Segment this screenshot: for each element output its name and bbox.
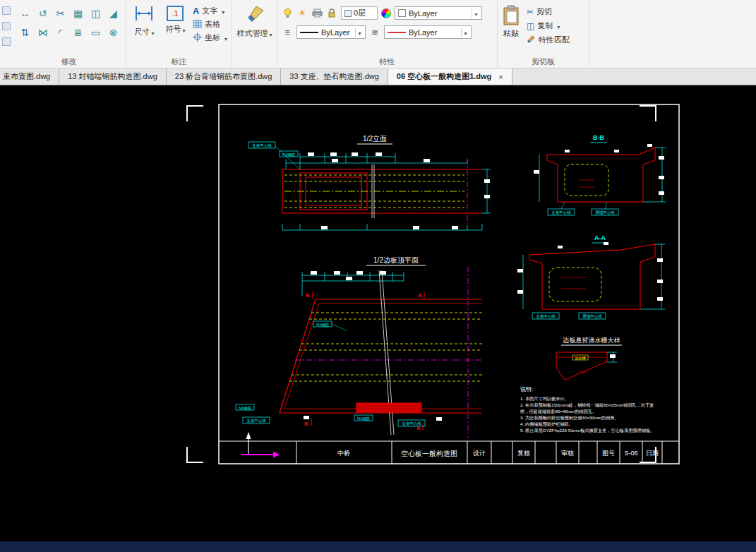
table-button[interactable]: 表格 [193, 19, 227, 30]
titleblock-drawing-no-label: 图号 [602, 450, 615, 457]
text-label: 文字 [202, 6, 217, 16]
trim-icon[interactable]: ✂ [56, 8, 65, 18]
titleblock-drawing-no: S-06 [624, 450, 637, 457]
bearing-centerline-label: 支座中心线 [402, 421, 421, 426]
linetype-swatch [300, 32, 318, 33]
section-bb: B-B 支座中心线 [534, 134, 666, 215]
explode-icon[interactable]: ⊗ [109, 28, 118, 37]
dimension-text-marks [534, 144, 664, 195]
lightbulb-icon[interactable] [282, 8, 293, 18]
drawing-canvas[interactable]: 1/2立面 [0, 85, 756, 541]
section-bb-title: B-B [593, 134, 604, 141]
note-line: 3. 为交装顺畅对斜交板预制交做30×30mm的倒角。 [520, 415, 619, 421]
chamfer-icon[interactable]: ◢ [109, 8, 117, 18]
clipped-icon[interactable] [2, 22, 11, 30]
close-icon[interactable]: × [498, 73, 503, 81]
copy-button[interactable]: ◫ 复制 [527, 20, 570, 31]
detail-title: 边板悬臂滴水槽大样 [563, 337, 621, 344]
tab-label: 06 空心板一般构造图1.dwg [397, 71, 491, 82]
taskbar [0, 541, 756, 552]
tab-label: 13 封锚端钢筋构造图.dwg [68, 71, 157, 82]
color-swatch [398, 9, 406, 17]
chevron-down-icon [355, 28, 364, 37]
panel-modify: ↔ ↺ ✂ ▦ ◫ ◢ ⇅ ⋈ ◜ ≣ ▭ ⊗ 修改 [12, 0, 126, 68]
dimension-text-marks [311, 271, 386, 280]
panel-label-modify: 修改 [12, 56, 126, 67]
scissors-icon: ✂ [527, 8, 534, 16]
bearing-hatch-area [356, 403, 421, 412]
dimension-text-marks [321, 179, 490, 229]
linetype-dropdown[interactable]: ByLayer [296, 25, 366, 39]
stretch-icon[interactable]: ⇅ [21, 28, 30, 37]
notes: 说明: 1. 本图尺寸均以毫米计。 2. 在吊装预制板150(mm)处，钢绞线一… [520, 386, 654, 433]
symbol-button[interactable]: .1 符号 [162, 4, 189, 43]
text-icon: A [193, 6, 199, 16]
clipped-icon[interactable] [2, 37, 11, 46]
note-line: 4. 内侧端板预留护栏钢筋。 [520, 421, 573, 427]
chevron-down-icon [181, 25, 185, 34]
copy-icon[interactable]: ◫ [91, 8, 100, 18]
rebar-label: N1钢筋 [316, 323, 330, 328]
array-icon[interactable]: ▦ [73, 8, 83, 18]
lineweight-icon[interactable]: ≋ [369, 28, 380, 37]
cad-drawing: 1/2立面 [0, 85, 756, 541]
section-marker-b: B [306, 292, 310, 299]
rotate-icon[interactable]: ↺ [39, 8, 47, 18]
coordinate-button[interactable]: 坐标 [193, 32, 227, 43]
layer-selector[interactable]: 0层 [341, 6, 378, 20]
color-dropdown[interactable]: ByLayer [395, 6, 482, 20]
layers-icon [344, 10, 352, 17]
note-line: 纹，但是尾端留套80×40mm的锚固孔。 [520, 409, 596, 414]
note-line: 5. 桥台采用GYZF4φ225-51mm板式橡胶支座，空心板采用预埋钢板。 [520, 428, 654, 433]
style-manager-button[interactable]: 样式管理 [236, 4, 272, 39]
move-icon[interactable]: ↔ [20, 8, 30, 18]
printer-icon[interactable] [311, 8, 323, 18]
elevation-view: 1/2立面 [248, 135, 491, 230]
sun-icon[interactable]: ☀ [296, 8, 308, 18]
chevron-down-icon [556, 22, 560, 30]
match-properties-label: 特性匹配 [539, 35, 570, 45]
cut-button[interactable]: ✂ 剪切 [527, 6, 570, 17]
svg-text:.1: .1 [172, 9, 179, 18]
dimension-button[interactable]: 尺寸 [131, 4, 158, 43]
paste-button[interactable]: 粘贴 [502, 5, 520, 45]
beam-end-centerline-label: 梁端中心线 [582, 313, 602, 318]
offset-icon[interactable]: ≣ [74, 28, 83, 37]
titleblock-design: 设计 [473, 450, 486, 457]
ucs-icon [241, 432, 280, 458]
section-marker-a: A [418, 292, 422, 299]
match-properties-button[interactable]: 特性匹配 [527, 35, 570, 45]
document-tab[interactable]: 13 封锚端钢筋构造图.dwg [59, 68, 167, 85]
rectangle-icon[interactable]: ▭ [91, 28, 100, 37]
note-line: 2. 在吊装预制板150(mm)处，钢绞线一端留80×25mm锚固孔，对于波 [520, 402, 654, 408]
document-tab-active[interactable]: 06 空心板一般构造图1.dwg × [388, 68, 512, 85]
detail-view: 边板悬臂滴水槽大样 滴水槽 [556, 337, 622, 380]
fillet-icon[interactable]: ◜ [59, 28, 62, 37]
paintbrush-icon [245, 5, 265, 26]
document-tab[interactable]: 33 支座、垫石构造图.dwg [281, 68, 388, 85]
document-tab[interactable]: 23 桥台背墙钢筋布置图.dwg [167, 68, 282, 85]
linetype-list-icon[interactable]: ≡ [282, 28, 293, 37]
copy-label: 复制 [537, 20, 553, 31]
titleblock-check: 复核 [517, 450, 530, 457]
bearing-centerline-label: 支座中心线 [551, 210, 571, 215]
linewidth-dropdown[interactable]: ByLayer [384, 25, 472, 39]
rebar-label: N1钢筋 [357, 416, 371, 421]
chevron-down-icon [461, 28, 469, 37]
titleblock-review: 审核 [561, 450, 574, 457]
titleblock-date: 日期 [646, 450, 659, 457]
mirror-icon[interactable]: ⋈ [38, 28, 48, 37]
bearing-centerline-label: 支座中心线 [536, 314, 556, 319]
document-tab[interactable]: 束布置图.dwg [0, 68, 59, 85]
beam-end-centerline-label: 梁端中心线 [595, 210, 615, 215]
text-button[interactable]: A 文字 [193, 6, 227, 16]
section-marker-b: B [304, 421, 308, 427]
section-marker-a: A [416, 425, 421, 431]
sheet-frame [219, 104, 679, 464]
ribbon-clipped-left-icons [0, 0, 12, 68]
clipboard-paste-icon [502, 5, 520, 28]
lock-icon[interactable] [326, 8, 337, 18]
color-wheel-icon[interactable] [381, 8, 391, 18]
clipped-icon[interactable] [2, 6, 11, 15]
titleblock-bridge-name: 中桥 [337, 450, 350, 457]
